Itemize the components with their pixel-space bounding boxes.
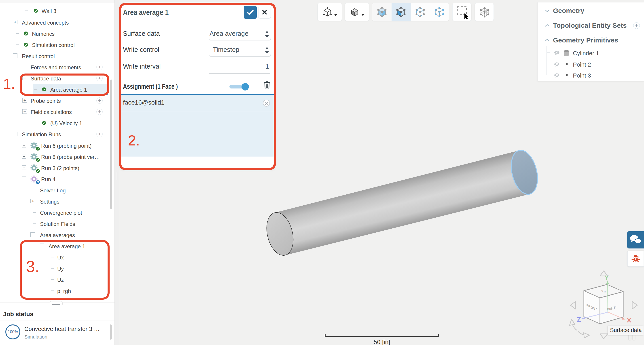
svg-text:Z: Z bbox=[577, 316, 581, 323]
svg-text:Y: Y bbox=[605, 274, 609, 281]
svg-text:X: X bbox=[627, 317, 631, 324]
svg-text:50 [in]: 50 [in] bbox=[374, 339, 390, 345]
